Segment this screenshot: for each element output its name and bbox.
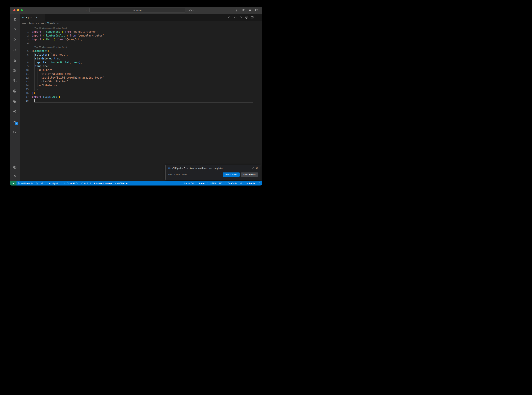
view-results-button[interactable]: View Results [241, 172, 258, 177]
activity-item-nx-console[interactable]: N›2 [10, 117, 20, 127]
code-line-2: 2import { RouterOutlet } from '@angular/… [20, 34, 262, 38]
wrench-icon [60, 182, 63, 185]
line-number: 6 [20, 53, 32, 57]
line-number: 2 [20, 34, 32, 38]
code-editor[interactable]: You, 26 minutes ago | 1 author (You)1imp… [20, 25, 262, 181]
notification-close-icon[interactable]: ✕ [256, 167, 258, 170]
zoom-window-button[interactable] [21, 9, 23, 11]
more-actions-icon[interactable] [256, 16, 260, 19]
line-number: 7 [20, 57, 32, 60]
activity-item-explorer[interactable] [10, 14, 20, 24]
statusbar-problems[interactable]: 00 [80, 181, 92, 186]
nav-forward-circle-icon[interactable] [239, 16, 242, 19]
statusbar-indentation[interactable]: Spaces: 2 [197, 181, 209, 186]
activity-item-gitlens[interactable] [10, 86, 20, 96]
vscode-window: ← → acme [10, 7, 262, 186]
history-back-icon[interactable]: ← [78, 9, 81, 12]
view-commit-button[interactable]: View Commit [223, 172, 240, 177]
statusbar-git-branch-status[interactable]: add-hero [16, 181, 34, 186]
problems-label: 0 [84, 182, 86, 185]
activity-item-accounts[interactable] [10, 163, 20, 171]
statusbar-launchpad[interactable]: Launchpad [39, 181, 59, 186]
typescript-file-icon: TS [47, 22, 49, 24]
cursor-position-label: Ln 18, Col 1 [184, 182, 196, 185]
circled-branch-icon[interactable] [245, 16, 248, 19]
statusbar-source-control-graph[interactable] [34, 181, 39, 186]
activity-item-settings[interactable] [10, 171, 20, 180]
git-compare-icon [36, 182, 38, 185]
breadcrumb-item-apps[interactable]: apps [22, 22, 26, 24]
editor-group: TS app.ts ✕ apps›demo›src›app›TSapp.ts›.… [20, 14, 262, 181]
statusbar-cursor-position[interactable]: Ln 18, Col 1 [183, 181, 197, 186]
activity-item-extensions[interactable] [10, 65, 20, 76]
toggle-panel-icon[interactable] [249, 9, 252, 12]
line-number: 9 [20, 64, 32, 68]
activity-item-search[interactable] [10, 24, 20, 35]
line-number: 1 [20, 30, 32, 34]
history-forward-icon[interactable]: → [84, 9, 87, 12]
braces-icon: {} [224, 182, 226, 184]
activity-item-edge-tools[interactable] [10, 106, 20, 117]
line-number: 3 [20, 38, 32, 41]
statusbar-remote-indicator[interactable]: >< [10, 181, 16, 186]
statusbar-language-mode[interactable]: {}TypeScript [223, 181, 239, 186]
split-editor-icon[interactable] [251, 16, 254, 19]
activity-bar: N›2 [10, 14, 20, 181]
overview-ruler-mark [253, 61, 256, 61]
close-tab-icon[interactable]: ✕ [36, 16, 38, 19]
info-icon [168, 167, 171, 170]
breadcrumb-separator: › [45, 22, 46, 24]
toggle-secondary-sidebar-icon[interactable] [255, 9, 258, 12]
statusbar-encoding[interactable]: UTF-8 [209, 181, 218, 186]
statusbar-formatter[interactable]: ✓✓Prettier [244, 181, 257, 186]
line-number: 4 [20, 41, 32, 45]
statusbar-notifications-bell[interactable] [257, 181, 262, 186]
breadcrumb-item-app-ts[interactable]: TSapp.ts [47, 22, 55, 24]
statusbar-nx-cloud-ai-fix[interactable]: Nx Cloud AI Fix [59, 181, 80, 186]
code-line-5: 5@Component({ [20, 49, 262, 53]
breadcrumb-item-demo[interactable]: demo [29, 22, 34, 24]
activity-item-source-control[interactable] [10, 35, 20, 45]
customize-layout-icon[interactable] [236, 9, 239, 12]
git-branch-icon [18, 182, 20, 185]
breadcrumb-separator: › [39, 22, 40, 24]
breadcrumb-item-app[interactable]: app [41, 22, 44, 24]
breadcrumb-item-src[interactable]: src [36, 22, 38, 24]
code-line-15: 15 `, [20, 87, 262, 91]
cloud-upload-icon [30, 182, 33, 185]
statusbar-vim-mode[interactable]: -- NORMAL -- [113, 181, 129, 186]
auto-attach-label: Auto Attach: Always [94, 182, 112, 185]
line-number: 5 [20, 49, 32, 53]
notification-settings-gear-icon[interactable] [251, 167, 254, 170]
text-cursor [34, 99, 35, 102]
activity-item-linked-boxes[interactable] [10, 76, 20, 86]
line-number: 18 [20, 99, 32, 103]
typescript-file-icon: TS [22, 16, 24, 18]
minimize-window-button[interactable] [17, 9, 19, 11]
activity-badge: 2 [15, 122, 18, 125]
nav-circle-icon[interactable] [233, 16, 237, 19]
breadcrumb: apps›demo›src›app›TSapp.ts›... [20, 21, 262, 25]
formatter-label: Prettier [249, 182, 255, 185]
command-center-search[interactable]: acme [90, 8, 185, 13]
notification-source: Source: Nx Console [168, 173, 223, 176]
notification-toast: CI Pipeline Execution for #add-hero has … [165, 165, 260, 180]
activity-item-gitlens-inspect[interactable] [10, 96, 20, 106]
activity-item-testing[interactable] [10, 55, 20, 65]
code-line-14: 14 ></lib-hero> [20, 83, 262, 87]
activity-item-run-debug[interactable] [10, 45, 20, 55]
line-number: 12 [20, 76, 32, 80]
close-window-button[interactable] [13, 9, 16, 11]
tab-app-ts[interactable]: TS app.ts ✕ [20, 14, 45, 21]
statusbar-copilot-status[interactable] [239, 181, 244, 186]
statusbar-eol[interactable]: LF [218, 181, 223, 186]
remote-indicator-label: >< [12, 182, 14, 185]
testing-icon [13, 58, 17, 62]
breadcrumb-item--[interactable]: ... [57, 22, 59, 24]
nav-back-circle-icon[interactable] [228, 16, 231, 19]
toggle-primary-sidebar-icon[interactable] [242, 9, 245, 12]
git-branch-status-label: add-hero [21, 182, 30, 185]
copilot-menu[interactable] [189, 7, 195, 14]
statusbar-auto-attach[interactable]: Auto Attach: Always [92, 181, 113, 186]
activity-item-containers[interactable] [10, 127, 20, 137]
